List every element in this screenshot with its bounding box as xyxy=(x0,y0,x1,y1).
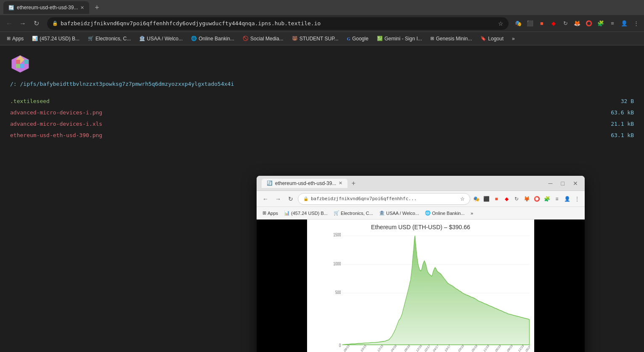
file-size-amd-xls: 21.1 kB xyxy=(611,121,634,127)
fw-forward-button[interactable]: → xyxy=(273,193,284,204)
fw-banking-label: Online Bankin... xyxy=(432,211,465,216)
fw-new-tab-button[interactable]: + xyxy=(347,177,359,189)
fw-back-button[interactable]: ← xyxy=(260,193,271,204)
online-banking-icon: 🌐 xyxy=(191,36,197,41)
svg-text:1500: 1500 xyxy=(334,233,341,238)
bookmark-genesis[interactable]: ⊞ Genesis Minin... xyxy=(427,35,475,42)
window-minimize-button[interactable]: ─ xyxy=(547,180,554,187)
fw-bookmark-apps[interactable]: ⊞ Apps xyxy=(260,209,281,217)
extension-icon-9[interactable]: ≡ xyxy=(608,19,617,28)
fw-address-bar[interactable]: 🔒 bafzbeidzjfnikvnd6qnv7poi6qffenhhfc...… xyxy=(298,193,470,205)
fw-ext-3[interactable]: ■ xyxy=(492,195,501,203)
fw-reload-button[interactable]: ↻ xyxy=(285,193,296,204)
extension-icon-4[interactable]: ◆ xyxy=(549,19,558,28)
bookmark-electronics[interactable]: 🛒 Electronics, C... xyxy=(85,35,134,42)
fw-menu-button[interactable]: ⋮ xyxy=(573,195,581,203)
extension-icon-7[interactable]: ⭕ xyxy=(584,19,594,28)
svg-text:500: 500 xyxy=(335,290,341,295)
menu-button[interactable]: ⋮ xyxy=(631,19,641,28)
browser-tab[interactable]: 🔄 ethereum-usd-eth-usd-39... ✕ xyxy=(3,1,89,14)
reload-button[interactable]: ↻ xyxy=(30,18,42,29)
back-button[interactable]: ← xyxy=(3,18,15,29)
bookmark-online-banking[interactable]: 🌐 Online Bankin... xyxy=(188,35,238,42)
usaa-icon: 🏦 xyxy=(139,36,145,41)
fw-ext-8[interactable]: 🧩 xyxy=(543,195,551,203)
chart-left-bg xyxy=(257,220,307,352)
fw-tab-close[interactable]: ✕ xyxy=(339,180,342,186)
bookmark-usaa[interactable]: 🏦 USAA / Welco... xyxy=(136,35,186,42)
extension-icon-2[interactable]: ⬛ xyxy=(525,19,535,28)
fw-title-bar: 🔄 ethereum-usd-eth-usd-39... ✕ + ─ □ ✕ xyxy=(257,176,585,191)
fw-electronics-icon: 🛒 xyxy=(334,210,339,216)
google-icon: G xyxy=(347,36,351,41)
bookmark-google-label: Google xyxy=(352,36,368,42)
tab-close-button[interactable]: ✕ xyxy=(80,5,84,11)
fw-apps-label: Apps xyxy=(268,211,278,216)
bookmark-logout[interactable]: 🔖 Logout xyxy=(477,35,507,42)
electronics-icon: 🛒 xyxy=(88,36,94,41)
window-close-button[interactable]: ✕ xyxy=(571,180,580,187)
bookmark-student-sup[interactable]: 🐻 STUDENT SUP... xyxy=(289,35,342,42)
window-maximize-button[interactable]: □ xyxy=(559,180,566,187)
bookmark-logout-label: Logout xyxy=(488,36,504,42)
chart-main: Ethereum USD (ETH-USD) – $390.66 1500 10… xyxy=(307,220,534,352)
bookmark-social-media[interactable]: 🚫 Social Media... xyxy=(239,35,287,42)
new-tab-button[interactable]: + xyxy=(91,2,103,13)
fw-ext-9[interactable]: ≡ xyxy=(553,195,561,203)
bookmark-btc-price[interactable]: 📊 (457.24 USD) B... xyxy=(29,35,83,42)
fw-toolbar-icons: 🎭 ⬛ ■ ◆ ↻ 🦊 ⭕ 🧩 ≡ 👤 ⋮ xyxy=(472,195,581,203)
bookmark-gemini[interactable]: 💹 Gemini - Sign I... xyxy=(374,35,425,42)
fw-ext-6[interactable]: 🦊 xyxy=(522,195,531,203)
bookmark-banking-label: Online Bankin... xyxy=(199,36,234,42)
file-entry-textileseed[interactable]: .textileseed 32 B xyxy=(10,95,634,107)
profile-avatar[interactable]: 👤 xyxy=(620,19,629,28)
bookmark-google[interactable]: G Google xyxy=(344,35,372,42)
chart-title: Ethereum USD (ETH-USD) – $390.66 xyxy=(307,220,534,232)
fw-bookmark-btc[interactable]: 📊 (457.24 USD) B... xyxy=(281,209,330,217)
file-name-textileseed: .textileseed xyxy=(10,98,50,104)
fw-bookmark-electronics[interactable]: 🛒 Electronics, C... xyxy=(331,209,376,217)
fw-bookmark-banking[interactable]: 🌐 Online Bankin... xyxy=(422,209,467,217)
bookmark-electronics-label: Electronics, C... xyxy=(95,36,131,42)
apps-grid-icon: ⊞ xyxy=(7,36,11,41)
chart-svg: 1500 1000 500 0 xyxy=(328,232,530,352)
url-text: bafzbeidzjfnikvnd6qnv7poi6qffenhhfcdy6ov… xyxy=(61,20,496,26)
file-entry-eth[interactable]: ethereum-usd-eth-usd-390.png 63.1 kB xyxy=(10,130,634,141)
address-bar[interactable]: 🔒 bafzbeidzjfnikvnd6qnv7poi6qffenhhfcdy6… xyxy=(47,17,509,30)
tab-favicon: 🔄 xyxy=(8,5,14,11)
fw-ext-1[interactable]: 🎭 xyxy=(472,195,480,203)
bookmark-social-label: Social Media... xyxy=(250,36,284,42)
extension-icon-1[interactable]: 🎭 xyxy=(514,19,523,28)
fw-bookmark-usaa[interactable]: 🏦 USAA / Welco... xyxy=(376,209,421,217)
fw-ext-2[interactable]: ⬛ xyxy=(482,195,490,203)
svg-marker-2 xyxy=(24,60,29,64)
forward-button[interactable]: → xyxy=(17,18,29,29)
bookmark-apps[interactable]: ⊞ Apps xyxy=(3,35,27,42)
bookmark-student-label: STUDENT SUP... xyxy=(299,36,339,42)
tab-title: ethereum-usd-eth-usd-39... xyxy=(17,5,78,11)
window-controls: ─ □ ✕ xyxy=(547,180,580,187)
fw-ext-4[interactable]: ◆ xyxy=(502,195,511,203)
lock-icon: 🔒 xyxy=(52,21,58,26)
genesis-icon: ⊞ xyxy=(430,36,434,41)
file-entry-amd-png[interactable]: advanced-micro-devices-i.png 63.6 kB xyxy=(10,107,634,118)
bookmark-apps-label: Apps xyxy=(12,36,24,42)
file-entry-amd-xls[interactable]: advanced-micro-devices-i.xls 21.1 kB xyxy=(10,118,634,130)
fw-tab-favicon: 🔄 xyxy=(267,180,273,186)
bookmark-star-icon[interactable]: ☆ xyxy=(498,20,504,27)
fw-ext-7[interactable]: ⭕ xyxy=(533,195,541,203)
fw-bookmarks-more[interactable]: » xyxy=(468,210,476,217)
fw-tab[interactable]: 🔄 ethereum-usd-eth-usd-39... ✕ xyxy=(262,179,347,188)
chart-container: Ethereum USD (ETH-USD) – $390.66 1500 10… xyxy=(257,220,585,352)
bookmarks-more[interactable]: » xyxy=(509,35,518,42)
extension-icon-8[interactable]: 🧩 xyxy=(596,19,605,28)
fw-star-icon[interactable]: ☆ xyxy=(460,196,465,202)
fw-avatar[interactable]: 👤 xyxy=(563,195,571,203)
extension-icon-5[interactable]: ↻ xyxy=(561,19,570,28)
fw-btc-icon: 📊 xyxy=(284,210,290,216)
fw-ext-5[interactable]: ↻ xyxy=(512,195,521,203)
extension-icon-3[interactable]: ■ xyxy=(537,19,546,28)
chart-right-bg xyxy=(534,220,585,352)
bookmark-usaa-label: USAA / Welco... xyxy=(147,36,183,42)
extension-icon-6[interactable]: 🦊 xyxy=(572,19,582,28)
